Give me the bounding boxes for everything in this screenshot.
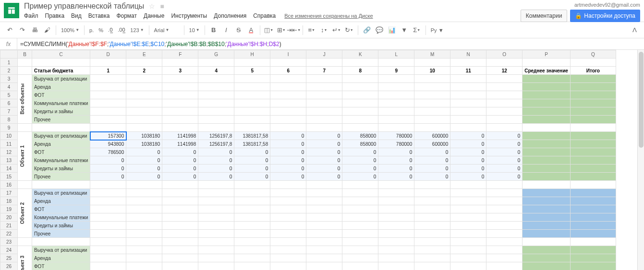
cell[interactable] <box>342 230 378 238</box>
cell[interactable]: Коммунальные платежи <box>32 156 90 164</box>
cell[interactable] <box>32 181 90 189</box>
cell[interactable] <box>126 246 162 254</box>
cell[interactable] <box>306 83 342 91</box>
cell[interactable] <box>570 197 616 205</box>
cell[interactable] <box>234 262 270 270</box>
cell[interactable]: 1141998 <box>162 132 198 140</box>
cell[interactable] <box>450 213 486 222</box>
cell[interactable] <box>306 99 342 107</box>
cell[interactable] <box>522 213 571 222</box>
cell[interactable]: Прочее <box>32 173 90 181</box>
cell[interactable] <box>522 197 571 205</box>
row-header[interactable]: 14 <box>0 164 18 173</box>
cell[interactable]: 6 <box>270 67 306 75</box>
cell[interactable]: Коммунальные платежи <box>32 213 90 222</box>
column-header[interactable]: H <box>234 50 270 59</box>
cell[interactable]: 12 <box>486 67 522 75</box>
cell[interactable]: 0 <box>378 173 414 181</box>
cell[interactable]: 5 <box>234 67 270 75</box>
cell[interactable] <box>270 124 306 132</box>
link-button[interactable]: 🔗 <box>361 24 373 36</box>
user-email[interactable]: artmedvedev92@gmail.com <box>574 2 640 8</box>
cell[interactable] <box>570 246 616 254</box>
column-header[interactable]: I <box>270 50 306 59</box>
cell[interactable] <box>378 83 414 91</box>
cell[interactable] <box>32 59 90 67</box>
cell[interactable] <box>342 205 378 213</box>
cell[interactable] <box>126 254 162 262</box>
cell[interactable] <box>90 99 126 107</box>
cell[interactable] <box>306 254 342 262</box>
cell[interactable] <box>570 75 616 83</box>
cell[interactable] <box>270 213 306 222</box>
cell[interactable]: 0 <box>270 164 306 173</box>
cell[interactable] <box>342 254 378 262</box>
cell[interactable] <box>306 124 342 132</box>
cell[interactable] <box>306 59 342 67</box>
cell[interactable] <box>306 116 342 124</box>
cell[interactable] <box>126 189 162 197</box>
increase-decimal-button[interactable]: .00̲ <box>116 27 127 33</box>
cell[interactable] <box>570 230 616 238</box>
more-formats-button[interactable]: 123▼ <box>128 27 146 33</box>
cell[interactable] <box>570 124 616 132</box>
cell[interactable]: ФОТ <box>32 262 90 270</box>
cell[interactable] <box>234 99 270 107</box>
cell[interactable] <box>234 116 270 124</box>
cell[interactable] <box>450 238 486 246</box>
merge-button[interactable]: ⇥⇤▼ <box>288 24 300 36</box>
cell[interactable] <box>126 83 162 91</box>
cell[interactable] <box>270 238 306 246</box>
cell[interactable] <box>414 197 450 205</box>
cell[interactable] <box>162 75 198 83</box>
menu-addons[interactable]: Дополнения <box>214 12 246 19</box>
cell[interactable] <box>486 189 522 197</box>
cell[interactable] <box>450 116 486 124</box>
cell[interactable]: Прочее <box>32 116 90 124</box>
column-header[interactable]: J <box>306 50 342 59</box>
column-header[interactable]: E <box>126 50 162 59</box>
cell[interactable]: 1141998 <box>162 140 198 148</box>
cell[interactable] <box>342 91 378 99</box>
cell[interactable] <box>414 205 450 213</box>
cell[interactable]: 0 <box>414 173 450 181</box>
comments-button[interactable]: Комментарии <box>521 10 568 22</box>
cell[interactable] <box>486 246 522 254</box>
cell[interactable]: 1256197,8 <box>198 140 234 148</box>
cell[interactable] <box>126 124 162 132</box>
cell[interactable] <box>570 181 616 189</box>
cell[interactable] <box>342 99 378 107</box>
cell[interactable] <box>414 222 450 230</box>
cell[interactable] <box>414 116 450 124</box>
share-button[interactable]: 🔒 Настройки доступа <box>570 10 640 22</box>
cell[interactable] <box>234 189 270 197</box>
cell[interactable]: 0 <box>270 173 306 181</box>
cell[interactable] <box>450 254 486 262</box>
input-tools-button[interactable]: Ру ▼ <box>429 27 446 33</box>
cell[interactable] <box>162 197 198 205</box>
cell[interactable]: 0 <box>450 164 486 173</box>
cell[interactable] <box>306 107 342 116</box>
undo-button[interactable]: ↶ <box>4 24 15 36</box>
cell[interactable] <box>126 222 162 230</box>
cell[interactable] <box>162 238 198 246</box>
cell[interactable] <box>198 205 234 213</box>
cell[interactable] <box>450 246 486 254</box>
cell[interactable] <box>522 246 571 254</box>
cell[interactable] <box>486 99 522 107</box>
cell[interactable] <box>90 59 126 67</box>
cell[interactable]: 858000 <box>342 132 378 140</box>
cell[interactable] <box>570 238 616 246</box>
cell[interactable]: Выручка от реализации <box>32 246 90 254</box>
cell[interactable]: 0 <box>306 164 342 173</box>
cell[interactable] <box>522 222 571 230</box>
cell[interactable]: Выручка от реализации <box>32 189 90 197</box>
cell[interactable] <box>342 83 378 91</box>
column-header[interactable]: N <box>450 50 486 59</box>
cell[interactable]: 0 <box>306 140 342 148</box>
cell[interactable] <box>90 230 126 238</box>
cell[interactable] <box>198 238 234 246</box>
cell[interactable] <box>306 222 342 230</box>
cell[interactable] <box>414 254 450 262</box>
cell[interactable] <box>378 189 414 197</box>
